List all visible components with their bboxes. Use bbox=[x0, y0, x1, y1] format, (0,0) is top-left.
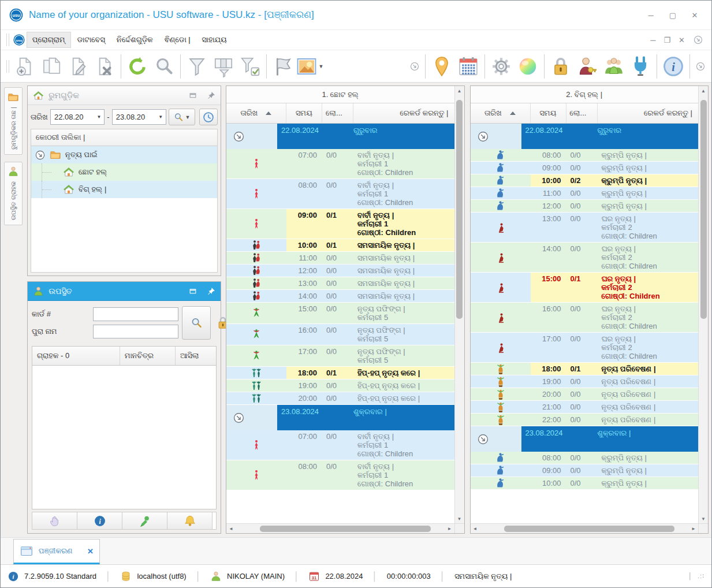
menu-directories[interactable]: ନିର୍ଦ୍ଦେଶଗୁଡ଼ିକ bbox=[111, 32, 158, 47]
more-button[interactable] bbox=[693, 59, 708, 74]
schedule-slot-row[interactable]: 11:000/0ସମସାମୟିକ ନୃତ୍ୟ | bbox=[226, 252, 454, 265]
search-button[interactable] bbox=[151, 53, 177, 80]
schedule-slot-row[interactable]: 09:000/0କ୍ରୁମ୍ପି ନୃତ୍ୟ | bbox=[471, 464, 699, 477]
schedule-slot-row[interactable]: 15:000/0ନୃତ୍ୟ ପଫିଙ୍ଗ |କର୍ମଚାରୀ 5 bbox=[226, 303, 454, 324]
tree-node-2[interactable]: ବିଗ୍ ହଲ୍ | bbox=[31, 181, 217, 198]
tree-node-0[interactable]: ନୃତ୍ୟ ପାଇଁ bbox=[31, 146, 217, 163]
people-column-header[interactable]: ଲୋ... bbox=[566, 103, 598, 123]
restore-panel-icon[interactable] bbox=[189, 287, 197, 295]
lock-button[interactable] bbox=[547, 53, 574, 80]
people-column-header[interactable]: ଲୋ... bbox=[322, 103, 353, 123]
hand-button[interactable] bbox=[32, 512, 77, 530]
menu-help[interactable]: ସାହାଯ୍ୟ bbox=[197, 32, 232, 47]
menu-window[interactable]: ଵିଣ୍ଡୋ | bbox=[159, 32, 196, 47]
horizontal-scrollbar[interactable]: ◄► bbox=[471, 523, 699, 533]
record-column-header[interactable]: ରେକର୍ଡ କରନ୍ତୁ | bbox=[598, 109, 699, 118]
flag-button[interactable] bbox=[270, 53, 296, 80]
scroll-thumb[interactable] bbox=[260, 526, 431, 532]
mdi-more-button[interactable] bbox=[693, 35, 703, 45]
maximize-button[interactable]: ▢ bbox=[664, 9, 681, 21]
minimize-button[interactable]: ─ bbox=[642, 9, 659, 21]
rooms-search-button[interactable]: ▼ bbox=[169, 109, 195, 125]
schedule-slot-row[interactable]: 10:000/0କ୍ରୁମ୍ପି ନୃତ୍ୟ | bbox=[471, 477, 699, 490]
schedule-slot-row[interactable]: 17:000/0ନୃତ୍ୟ ପଫିଙ୍ଗ |କର୍ମଚାରୀ 5 bbox=[226, 345, 454, 367]
scroll-down-icon[interactable]: ▼ bbox=[699, 514, 708, 523]
schedule-slot-row[interactable]: 16:000/0ଘର ନୃତ୍ୟ |କର୍ମଚାରୀ 2ଗୋଷ୍ଠୀ: Chil… bbox=[471, 303, 699, 333]
time-column-header[interactable]: ସମୟ bbox=[286, 103, 322, 123]
date-column-header[interactable]: ତାରିଖ bbox=[471, 103, 531, 123]
user-key-button[interactable] bbox=[574, 53, 601, 80]
tab-registration[interactable]: ପଞ୍ଜୀକରଣ ✕ bbox=[13, 539, 100, 564]
schedule-slot-row[interactable]: 12:000/0ସମସାମୟିକ ନୃତ୍ୟ | bbox=[226, 265, 454, 277]
rooms-clock-button[interactable] bbox=[199, 109, 218, 125]
side-tab-0[interactable]: ରୁମଗୁଡ଼ିକର ଗଛ | bbox=[4, 87, 23, 155]
attendance-search-button[interactable] bbox=[182, 306, 211, 340]
schedule-date-row[interactable]: 22.08.2024ଗୁରୁବାର bbox=[226, 124, 454, 149]
scroll-thumb[interactable] bbox=[504, 526, 675, 532]
info-circle-button[interactable]: i bbox=[77, 512, 122, 530]
chevron-down-icon[interactable]: ▼ bbox=[319, 64, 324, 69]
schedule-slot-row[interactable]: 15:000/1ଘର ନୃତ୍ୟ |କର୍ମଚାରୀ 2ଗୋଷ୍ଠୀ: Chil… bbox=[471, 273, 699, 303]
tab-close-icon[interactable]: ✕ bbox=[87, 547, 94, 556]
schedule-slot-row[interactable]: 16:000/0ନୃତ୍ୟ ପଫିଙ୍ଗ |କର୍ମଚାରୀ 5 bbox=[226, 324, 454, 345]
pin-panel-icon[interactable] bbox=[207, 91, 215, 99]
more-button[interactable] bbox=[407, 59, 422, 74]
colors-button[interactable] bbox=[515, 53, 541, 80]
scroll-thumb[interactable] bbox=[456, 100, 463, 319]
plug-button[interactable] bbox=[627, 53, 654, 80]
filter-saved-button[interactable] bbox=[237, 53, 263, 80]
refresh-button[interactable] bbox=[124, 53, 151, 80]
schedule-slot-row[interactable]: 10:000/2କ୍ରୁମ୍ପି ନୃତ୍ୟ | bbox=[471, 174, 699, 187]
menu-grip[interactable] bbox=[6, 34, 9, 46]
time-column-header[interactable]: ସମୟ bbox=[531, 103, 566, 123]
copy-record-button[interactable] bbox=[38, 53, 65, 80]
map-pin-button[interactable] bbox=[428, 53, 455, 80]
new-record-button[interactable] bbox=[12, 53, 38, 80]
schedule-slot-row[interactable]: 07:000/0ବାର୍ବୀ ନୃତ୍ୟ |କର୍ମଚାରୀ 1ଗୋଷ୍ଠୀ: … bbox=[226, 149, 454, 179]
schedule-slot-row[interactable]: 11:000/0କ୍ରୁମ୍ପି ନୃତ୍ୟ | bbox=[471, 187, 699, 200]
schedule-slot-row[interactable]: 14:000/0ଘର ନୃତ୍ୟ |କର୍ମଚାରୀ 2ଗୋଷ୍ଠୀ: Chil… bbox=[471, 243, 699, 273]
settings-button[interactable] bbox=[488, 53, 515, 80]
filter-columns-button[interactable] bbox=[210, 53, 237, 80]
toolbar-grip[interactable] bbox=[6, 60, 9, 73]
schedule-date-row[interactable]: 22.08.2024ଗୁରୁବାର bbox=[471, 124, 699, 149]
bell-button[interactable] bbox=[167, 512, 213, 530]
scroll-right-icon[interactable]: ► bbox=[689, 526, 698, 531]
scroll-thumb[interactable] bbox=[700, 100, 707, 319]
mdi-minimize-button[interactable]: ─ bbox=[650, 36, 655, 44]
schedule-slot-row[interactable]: 17:000/0ଘର ନୃତ୍ୟ |କର୍ମଚାରୀ 2ଗୋଷ୍ଠୀ: Chil… bbox=[471, 333, 699, 363]
side-tab-1[interactable]: ଉପସ୍ଥିତ ଗ୍ରାହକ bbox=[4, 162, 23, 225]
schedule-slot-row[interactable]: 08:000/0କ୍ରୁମ୍ପି ନୃତ୍ୟ | bbox=[471, 149, 699, 162]
schedule-slot-row[interactable]: 13:000/0ଘର ନୃତ୍ୟ |କର୍ମଚାରୀ 2ଗୋଷ୍ଠୀ: Chil… bbox=[471, 213, 699, 243]
date-column-header[interactable]: ତାରିଖ bbox=[226, 103, 286, 123]
schedule-slot-row[interactable]: 20:000/0ନୃତ୍ୟ ପରିବେଷଣ | bbox=[471, 388, 699, 401]
menu-program[interactable]: ପ୍ରୋଗ୍ରାମ୍ bbox=[27, 32, 71, 48]
attendance-table-body[interactable] bbox=[32, 366, 217, 509]
pin-green-button[interactable] bbox=[122, 512, 167, 530]
date-from-combo[interactable]: 22.08.20▼ bbox=[50, 109, 105, 125]
arrived-column-header[interactable]: ଆସିଲା bbox=[176, 347, 216, 365]
schedule-slot-row[interactable]: 08:000/0ବାର୍ବୀ ନୃତ୍ୟ |କର୍ମଚାରୀ 1ଗୋଷ୍ଠୀ: … bbox=[226, 179, 454, 209]
card-number-input[interactable] bbox=[93, 307, 178, 321]
restore-panel-icon[interactable] bbox=[189, 91, 197, 99]
calendar-button[interactable] bbox=[455, 53, 482, 80]
info-button[interactable]: i bbox=[660, 53, 687, 80]
scroll-right-icon[interactable]: ► bbox=[445, 526, 454, 531]
schedule-date-row[interactable]: 23.08.2024ଶୁକ୍ରବାର | bbox=[226, 405, 454, 430]
schedule-slot-row[interactable]: 18:000/1ହିପ୍-ହପ୍ ନୃତ୍ୟ କରେ | bbox=[226, 367, 454, 379]
rooms-grid-header[interactable]: କୋଠରୀ ତାଲିକା | bbox=[31, 129, 218, 146]
picture-button[interactable]: ▼ bbox=[296, 53, 323, 80]
schedule-slot-row[interactable]: 09:000/1ବାର୍ବୀ ନୃତ୍ୟ |କର୍ମଚାରୀ 1ଗୋଷ୍ଠୀ: … bbox=[226, 209, 454, 239]
scroll-left-icon[interactable]: ◄ bbox=[471, 526, 480, 531]
clients-column-header[interactable]: ଗ୍ରାହକ - 0 bbox=[32, 347, 120, 365]
resize-grip[interactable]: │ .:∶ bbox=[688, 572, 704, 580]
schedule-date-row[interactable]: 23.08.2024ଶୁକ୍ରବାର | bbox=[471, 426, 699, 452]
schedule-slot-row[interactable]: 10:000/1ସମସାମୟିକ ନୃତ୍ୟ | bbox=[226, 239, 454, 252]
delete-record-button[interactable] bbox=[91, 53, 118, 80]
tree-node-1[interactable]: ଛୋଟ ହଲ୍ bbox=[31, 163, 217, 181]
mdi-restore-button[interactable]: ❐ bbox=[663, 36, 670, 44]
schedule-slot-row[interactable]: 08:000/0କ୍ରୁମ୍ପି ନୃତ୍ୟ | bbox=[471, 452, 699, 464]
full-name-input[interactable] bbox=[93, 325, 178, 338]
schedule-slot-row[interactable]: 20:000/0ହିପ୍-ହପ୍ ନୃତ୍ୟ କରେ | bbox=[226, 392, 454, 405]
schedule-slot-row[interactable]: 09:000/0କ୍ରୁମ୍ପି ନୃତ୍ୟ | bbox=[471, 162, 699, 174]
